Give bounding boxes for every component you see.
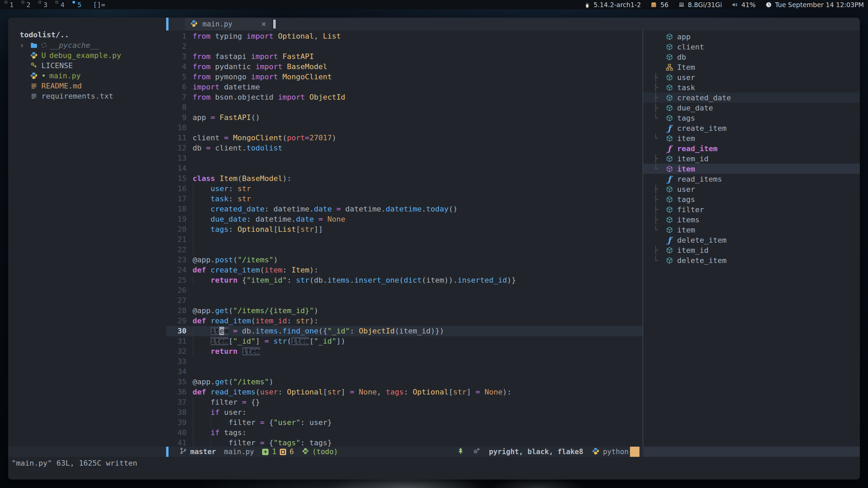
code-line[interactable]: 9app = FastAPI() (166, 113, 643, 123)
code-line[interactable]: 15class Item(BaseModel): (166, 174, 643, 184)
outline-item-items[interactable]: ├items (643, 215, 860, 225)
code-line[interactable]: 14 (166, 163, 643, 174)
tree-connector: ├ (653, 185, 662, 194)
outline-item-task[interactable]: ├task (643, 82, 860, 93)
code-text (193, 245, 643, 255)
file-explorer-root[interactable]: todolist/.. (20, 30, 165, 40)
code-line[interactable]: 22 (166, 245, 643, 255)
git-branch[interactable]: master (180, 447, 216, 456)
code-line[interactable]: 11client = MongoClient(port=27017) (166, 133, 643, 143)
outline-item-label: tags (677, 195, 695, 204)
workspace-button-2[interactable]: 2 (21, 0, 33, 9)
variable-cube-icon (665, 206, 674, 213)
code-line[interactable]: 26 (166, 285, 643, 296)
code-line[interactable]: 13 (166, 153, 643, 163)
tree-item-license[interactable]: LICENSE (20, 60, 165, 70)
code-line[interactable]: 5from pymongo import MongoClient (166, 72, 643, 82)
outline-item-label: item (677, 165, 695, 173)
code-line[interactable]: 24def create_item(item: Item): (166, 265, 643, 275)
code-line[interactable]: 38 if user: (166, 407, 643, 418)
line-number: 25 (166, 275, 193, 285)
outline-item-app[interactable]: app (643, 32, 860, 42)
outline-item-delete_item[interactable]: ƒdelete_item (643, 235, 860, 245)
tree-item-main-py[interactable]: •main.py (20, 70, 165, 81)
code-text: user: str (193, 184, 643, 194)
outline-item-delete_item[interactable]: └delete_item (643, 255, 860, 265)
outline-item-created_date[interactable]: ├created_date (643, 93, 860, 103)
code-line[interactable]: 3from fastapi import FastAPI (166, 52, 643, 62)
outline-item-client[interactable]: client (643, 42, 860, 52)
code-text: from typing import Optional, List (193, 31, 643, 41)
outline-item-label: created_date (677, 94, 731, 102)
editor-tab-main-py[interactable]: main.py × (185, 18, 272, 30)
code-line[interactable]: 40 if tags: (166, 428, 643, 438)
code-line[interactable]: 28@app.get("/items/{item_id}") (166, 306, 643, 316)
outline-item-label: user (677, 73, 695, 82)
outline-item-item[interactable]: └item (643, 225, 860, 235)
tab-close-icon[interactable]: × (261, 19, 266, 29)
outline-item-read_item[interactable]: ƒread_item (643, 143, 860, 154)
code-line[interactable]: 34 (166, 367, 643, 377)
code-line[interactable]: 39 filter = {"user": user} (166, 418, 643, 428)
code-line[interactable]: 23@app.post("/items") (166, 255, 643, 265)
outline-item-item_id[interactable]: ├item_id (643, 245, 860, 255)
tree-item-requirements-txt[interactable]: requirements.txt (20, 91, 165, 101)
statusline-left: master main.py + 1 6 (todo) (180, 447, 338, 457)
code-line[interactable]: 18 created_date: datetime.date = datetim… (166, 204, 643, 214)
workspace-button-3[interactable]: 3 (38, 0, 50, 9)
code-line[interactable]: 25 return {"item_id": str(db.items.inser… (166, 275, 643, 285)
code-line[interactable]: 21 (166, 235, 643, 245)
git-status-badge: • (41, 72, 46, 80)
code-line[interactable]: 6import datetime (166, 82, 643, 92)
code-line[interactable]: 8 (166, 102, 643, 113)
outline-item-tags[interactable]: └tags (643, 113, 860, 123)
outline-item-item[interactable]: └item (643, 164, 860, 174)
editor-pane[interactable]: 1from typing import Optional, List23from… (166, 30, 643, 447)
outline-item-filter[interactable]: ├filter (643, 204, 860, 215)
tree-connector: ├ (653, 155, 662, 163)
outline-item-user[interactable]: ├user (643, 184, 860, 194)
function-icon: ƒ (668, 174, 671, 184)
indent-guide (193, 418, 193, 428)
code-line[interactable]: 1from typing import Optional, List (166, 31, 643, 41)
code-line[interactable]: 33 (166, 357, 643, 367)
outline-item-db[interactable]: db (643, 52, 860, 62)
indent-guide (193, 184, 193, 194)
tree-connector: └ (653, 226, 662, 234)
code-line[interactable]: 4from pydantic import BaseModel (166, 62, 643, 72)
chevron-right-icon[interactable]: › (20, 41, 26, 49)
outline-item-Item[interactable]: Item (643, 62, 860, 72)
tree-item-debug-example-py[interactable]: Udebug_example.py (20, 50, 165, 60)
workspace-button-1[interactable]: 1 (4, 0, 16, 9)
layout-indicator[interactable]: []= (93, 1, 105, 9)
code-line[interactable]: 32 return item (166, 346, 643, 357)
workspace-button-4[interactable]: 4 (55, 0, 66, 9)
code-line[interactable]: 31 item["_id"] = str(item["_id"]) (166, 336, 643, 346)
code-line-current[interactable]: 30 item = db.items.find_one({"_id": Obje… (166, 326, 643, 336)
tree-item-readme-md[interactable]: README.md (20, 81, 165, 91)
code-line[interactable]: 12db = client.todolist (166, 143, 643, 153)
workspace-button-5[interactable]: 5 (72, 0, 83, 9)
outline-item-create_item[interactable]: ƒcreate_item (643, 123, 860, 133)
code-line[interactable]: 20 tags: Optional[List[str]] (166, 224, 643, 235)
code-line[interactable]: 27 (166, 296, 643, 306)
code-line[interactable]: 19 due_date: datetime.date = None (166, 214, 643, 224)
outline-item-due_date[interactable]: ├due_date (643, 103, 860, 113)
code-line[interactable]: 37 filter = {} (166, 397, 643, 407)
outline-item-user[interactable]: ├user (643, 72, 860, 82)
code-line[interactable]: 29def read_item(item_id: str): (166, 316, 643, 326)
outline-item-item_id[interactable]: ├item_id (643, 154, 860, 164)
outline-item-read_items[interactable]: ƒread_items (643, 174, 860, 184)
tree-connector: ├ (653, 205, 662, 214)
tree-item--pycache-[interactable]: ›__pycache__ (20, 40, 165, 50)
code-text (193, 123, 643, 133)
code-line[interactable]: 16 user: str (166, 184, 643, 194)
code-line[interactable]: 7from bson.objectid import ObjectId (166, 92, 643, 102)
code-line[interactable]: 2 (166, 41, 643, 52)
code-line[interactable]: 17 task: str (166, 194, 643, 204)
code-line[interactable]: 10 (166, 123, 643, 133)
outline-item-item[interactable]: └item (643, 133, 860, 143)
code-line[interactable]: 35@app.get("/items") (166, 377, 643, 387)
code-line[interactable]: 36def read_items(user: Optional[str] = N… (166, 387, 643, 397)
outline-item-tags[interactable]: ├tags (643, 194, 860, 204)
